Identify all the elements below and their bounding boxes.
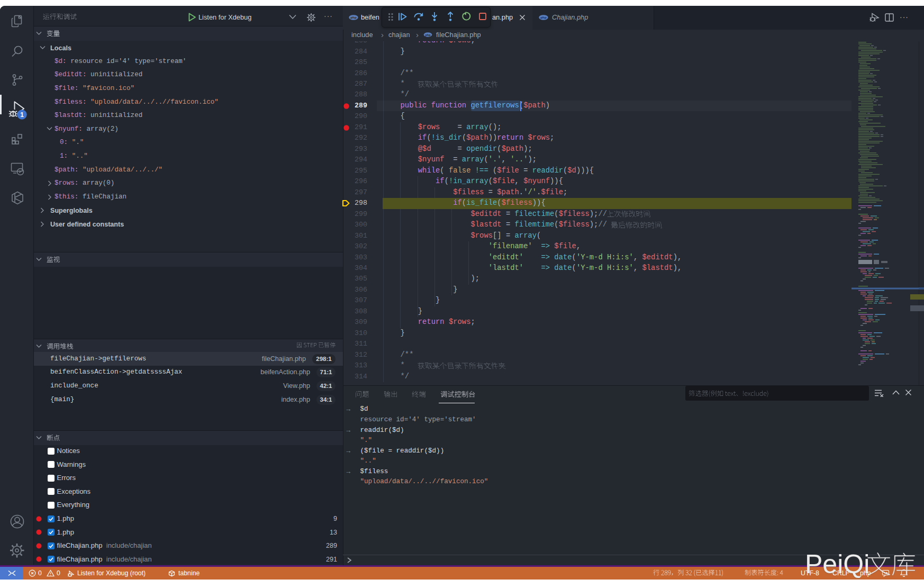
svg-text:php: php bbox=[350, 15, 357, 19]
svg-text:php: php bbox=[540, 15, 547, 19]
svg-text:1: 1 bbox=[20, 111, 24, 118]
svg-text:php: php bbox=[425, 33, 431, 37]
